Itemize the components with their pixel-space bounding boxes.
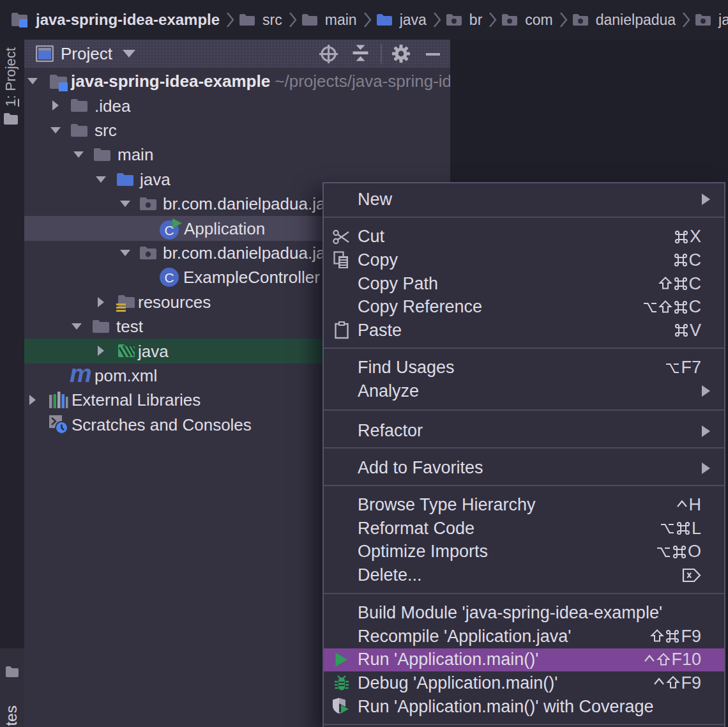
svg-text:C: C [164, 270, 174, 285]
svg-text:m: m [70, 367, 91, 386]
